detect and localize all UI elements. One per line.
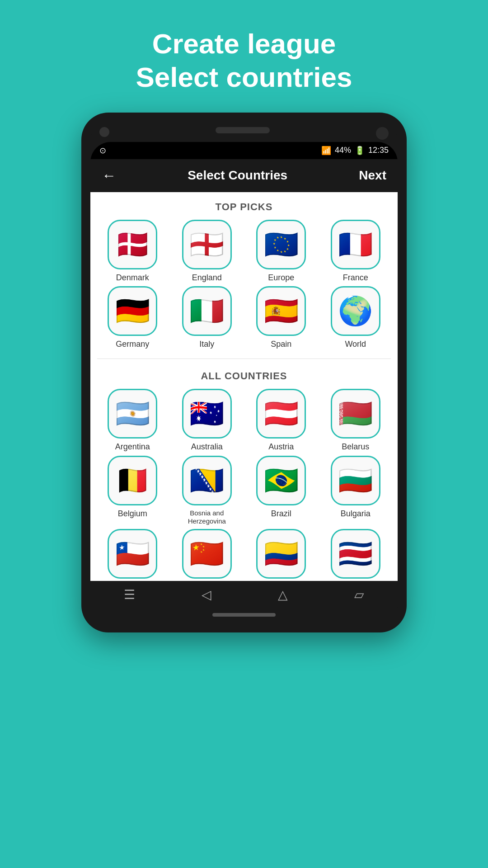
flag-bulgaria: 🇧🇬: [331, 456, 380, 505]
back-nav-icon[interactable]: ◁: [202, 587, 211, 602]
battery-text: 44%: [335, 146, 351, 155]
wifi-icon: 📶: [321, 146, 331, 156]
header-title: Select Countries: [188, 168, 287, 183]
flag-germany: 🇩🇪: [108, 286, 157, 336]
country-europe[interactable]: 🇪🇺 Europe: [246, 220, 317, 283]
country-costa-rica[interactable]: 🇨🇷 Costa Rica: [320, 529, 391, 581]
label-australia: Australia: [191, 442, 223, 452]
flag-australia: 🇦🇺: [182, 389, 232, 439]
label-italy: Italy: [199, 340, 214, 349]
status-right: 📶 44%🔋 12:35: [321, 146, 389, 156]
country-belarus[interactable]: 🇧🇾 Belarus: [320, 389, 391, 452]
flag-austria: 🇦🇹: [256, 389, 306, 439]
flag-spain: 🇪🇸: [256, 286, 306, 336]
label-belgium: Belgium: [118, 509, 147, 519]
flag-brazil: 🇧🇷: [256, 456, 306, 505]
label-brazil: Brazil: [271, 509, 291, 519]
app-header: ← Select Countries Next: [90, 159, 398, 192]
overview-icon[interactable]: ▱: [354, 587, 364, 602]
home-indicator: [212, 613, 276, 617]
time-text: 12:35: [368, 146, 389, 155]
phone-bottom: [90, 609, 398, 623]
flag-england: 🏴󠁧󠁢󠁥󠁮󠁧󠁿: [182, 220, 232, 269]
flag-argentina: 🇦🇷: [108, 389, 157, 439]
camera-dot: [99, 127, 109, 137]
country-colombia[interactable]: 🇨🇴 Colombia: [246, 529, 317, 581]
page-header: Create league Select countries: [0, 0, 488, 113]
flag-chile: 🇨🇱: [108, 529, 157, 579]
menu-icon[interactable]: ☰: [124, 587, 135, 602]
status-left: ⊙: [99, 146, 106, 156]
section-top-picks: TOP PICKS 🇩🇰 Denmark 🏴󠁧󠁢󠁥󠁮󠁧󠁿 England 🇪🇺 …: [90, 192, 398, 356]
country-spain[interactable]: 🇪🇸 Spain: [246, 286, 317, 349]
country-brazil[interactable]: 🇧🇷 Brazil: [246, 456, 317, 525]
label-denmark: Denmark: [116, 273, 149, 283]
country-italy[interactable]: 🇮🇹 Italy: [172, 286, 243, 349]
country-australia[interactable]: 🇦🇺 Australia: [172, 389, 243, 452]
phone-container: ⊙ 📶 44%🔋 12:35 ← Select Countries Next T…: [81, 113, 407, 632]
all-countries-grid: 🇦🇷 Argentina 🇦🇺 Australia 🇦🇹 Austria 🇧🇾 …: [90, 387, 398, 581]
section-title-top-picks: TOP PICKS: [90, 192, 398, 217]
label-bosnia: Bosnia and Herzegovina: [172, 509, 243, 525]
speaker: [216, 127, 270, 133]
label-world: World: [345, 340, 366, 349]
flag-bosnia: 🇧🇦: [182, 456, 232, 505]
label-france: France: [343, 273, 368, 283]
phone-top-decoration: [90, 122, 398, 140]
status-bar: ⊙ 📶 44%🔋 12:35: [90, 142, 398, 159]
country-france[interactable]: 🇫🇷 France: [320, 220, 391, 283]
flag-costa-rica: 🇨🇷: [331, 529, 380, 579]
flag-denmark: 🇩🇰: [108, 220, 157, 269]
flag-colombia: 🇨🇴: [256, 529, 306, 579]
country-denmark[interactable]: 🇩🇰 Denmark: [97, 220, 168, 283]
section-divider: [97, 359, 391, 359]
label-argentina: Argentina: [115, 442, 150, 452]
section-title-all: ALL COUNTRIES: [90, 361, 398, 387]
flag-italy: 🇮🇹: [182, 286, 232, 336]
next-button[interactable]: Next: [359, 168, 386, 183]
label-england: England: [192, 273, 222, 283]
label-europe: Europe: [268, 273, 294, 283]
label-austria: Austria: [268, 442, 294, 452]
flag-belarus: 🇧🇾: [331, 389, 380, 439]
nav-bar: ☰ ◁ △ ▱: [90, 581, 398, 609]
label-belarus: Belarus: [342, 442, 369, 452]
country-chile[interactable]: 🇨🇱 Chile: [97, 529, 168, 581]
back-button[interactable]: ←: [102, 167, 116, 184]
page-title: Create league Select countries: [9, 27, 479, 94]
flag-france: 🇫🇷: [331, 220, 380, 269]
flag-europe: 🇪🇺: [256, 220, 306, 269]
flag-china: 🇨🇳: [182, 529, 232, 579]
flag-world: 🌍: [331, 286, 380, 336]
camera-dot-large: [376, 127, 389, 140]
country-austria[interactable]: 🇦🇹 Austria: [246, 389, 317, 452]
country-germany[interactable]: 🇩🇪 Germany: [97, 286, 168, 349]
country-argentina[interactable]: 🇦🇷 Argentina: [97, 389, 168, 452]
country-world[interactable]: 🌍 World: [320, 286, 391, 349]
content-area[interactable]: TOP PICKS 🇩🇰 Denmark 🏴󠁧󠁢󠁥󠁮󠁧󠁿 England 🇪🇺 …: [90, 192, 398, 581]
label-spain: Spain: [271, 340, 291, 349]
country-bulgaria[interactable]: 🇧🇬 Bulgaria: [320, 456, 391, 525]
label-germany: Germany: [116, 340, 149, 349]
flag-belgium: 🇧🇪: [108, 456, 157, 505]
country-bosnia[interactable]: 🇧🇦 Bosnia and Herzegovina: [172, 456, 243, 525]
section-all-countries: ALL COUNTRIES 🇦🇷 Argentina 🇦🇺 Australia …: [90, 361, 398, 581]
top-picks-grid: 🇩🇰 Denmark 🏴󠁧󠁢󠁥󠁮󠁧󠁿 England 🇪🇺 Europe 🇫🇷: [90, 217, 398, 356]
home-icon[interactable]: △: [278, 587, 288, 602]
country-china[interactable]: 🇨🇳 China: [172, 529, 243, 581]
country-belgium[interactable]: 🇧🇪 Belgium: [97, 456, 168, 525]
country-england[interactable]: 🏴󠁧󠁢󠁥󠁮󠁧󠁿 England: [172, 220, 243, 283]
label-bulgaria: Bulgaria: [341, 509, 371, 519]
